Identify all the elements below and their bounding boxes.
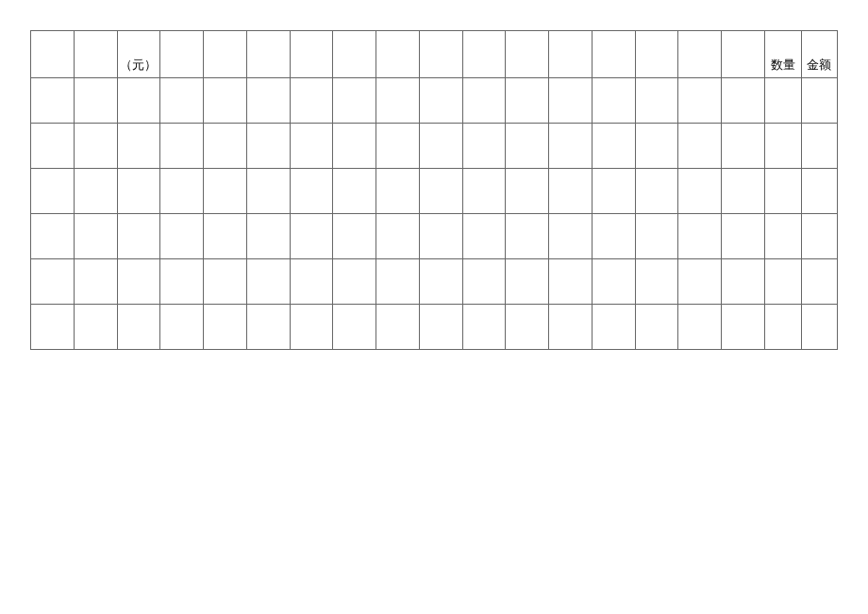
data-cell bbox=[635, 169, 678, 214]
data-cell bbox=[160, 259, 204, 305]
header-cell-12 bbox=[506, 31, 549, 78]
ledger-table-container: （元） 数量 金额 bbox=[30, 30, 838, 350]
data-cell bbox=[549, 169, 593, 214]
data-cell bbox=[204, 124, 247, 169]
data-cell bbox=[117, 214, 160, 259]
data-cell bbox=[333, 305, 376, 350]
data-cell bbox=[635, 305, 678, 350]
data-cell bbox=[765, 214, 801, 259]
header-cell-14 bbox=[592, 31, 635, 78]
data-cell bbox=[246, 305, 290, 350]
data-cell bbox=[117, 78, 160, 124]
data-cell bbox=[246, 124, 290, 169]
data-cell bbox=[635, 214, 678, 259]
data-cell bbox=[549, 124, 593, 169]
data-cell bbox=[592, 305, 635, 350]
data-cell bbox=[160, 169, 204, 214]
data-cell bbox=[765, 169, 801, 214]
data-cell bbox=[204, 305, 247, 350]
data-cell bbox=[678, 214, 722, 259]
data-cell bbox=[117, 259, 160, 305]
data-cell bbox=[722, 259, 765, 305]
data-cell bbox=[801, 259, 837, 305]
data-cell bbox=[462, 214, 506, 259]
header-cell-11 bbox=[462, 31, 506, 78]
data-cell bbox=[290, 305, 333, 350]
header-cell-6 bbox=[246, 31, 290, 78]
data-cell bbox=[506, 305, 549, 350]
data-cell bbox=[246, 169, 290, 214]
data-cell bbox=[801, 305, 837, 350]
header-cell-3: （元） bbox=[117, 31, 160, 78]
data-cell bbox=[419, 169, 462, 214]
header-cell-5 bbox=[204, 31, 247, 78]
data-cell bbox=[290, 214, 333, 259]
data-cell bbox=[678, 305, 722, 350]
header-cell-16 bbox=[678, 31, 722, 78]
data-cell bbox=[74, 169, 117, 214]
data-cell bbox=[160, 124, 204, 169]
data-cell bbox=[333, 124, 376, 169]
data-cell bbox=[74, 124, 117, 169]
data-cell bbox=[462, 124, 506, 169]
data-cell bbox=[462, 259, 506, 305]
data-cell bbox=[549, 78, 593, 124]
data-cell bbox=[592, 169, 635, 214]
data-cell bbox=[376, 259, 420, 305]
data-cell bbox=[290, 78, 333, 124]
data-cell bbox=[31, 78, 75, 124]
header-cell-7 bbox=[290, 31, 333, 78]
data-cell bbox=[549, 259, 593, 305]
data-cell bbox=[722, 305, 765, 350]
data-cell bbox=[117, 305, 160, 350]
table-row bbox=[31, 124, 838, 169]
data-cell bbox=[74, 78, 117, 124]
data-cell bbox=[376, 78, 420, 124]
header-cell-13 bbox=[549, 31, 593, 78]
table-row bbox=[31, 169, 838, 214]
data-cell bbox=[74, 214, 117, 259]
data-cell bbox=[765, 78, 801, 124]
header-cell-2 bbox=[74, 31, 117, 78]
data-cell bbox=[419, 214, 462, 259]
data-cell bbox=[117, 169, 160, 214]
data-cell bbox=[678, 259, 722, 305]
data-cell bbox=[462, 305, 506, 350]
data-cell bbox=[204, 259, 247, 305]
data-cell bbox=[333, 214, 376, 259]
data-cell bbox=[204, 169, 247, 214]
data-cell bbox=[333, 259, 376, 305]
data-cell bbox=[74, 305, 117, 350]
data-cell bbox=[117, 124, 160, 169]
table-header-row: （元） 数量 金额 bbox=[31, 31, 838, 78]
data-cell bbox=[506, 259, 549, 305]
data-cell bbox=[160, 214, 204, 259]
data-cell bbox=[419, 78, 462, 124]
data-cell bbox=[376, 124, 420, 169]
ledger-table: （元） 数量 金额 bbox=[30, 30, 838, 350]
header-cell-9 bbox=[376, 31, 420, 78]
data-cell bbox=[246, 214, 290, 259]
data-cell bbox=[635, 259, 678, 305]
data-cell bbox=[290, 259, 333, 305]
data-cell bbox=[722, 124, 765, 169]
data-cell bbox=[246, 259, 290, 305]
header-cell-quantity: 数量 bbox=[765, 31, 801, 78]
data-cell bbox=[722, 78, 765, 124]
data-cell bbox=[160, 305, 204, 350]
data-cell bbox=[635, 78, 678, 124]
data-cell bbox=[678, 78, 722, 124]
header-cell-amount: 金额 bbox=[801, 31, 837, 78]
data-cell bbox=[635, 124, 678, 169]
table-row bbox=[31, 305, 838, 350]
data-cell bbox=[678, 124, 722, 169]
table-row bbox=[31, 78, 838, 124]
data-cell bbox=[462, 78, 506, 124]
data-cell bbox=[722, 214, 765, 259]
data-cell bbox=[376, 305, 420, 350]
data-cell bbox=[419, 124, 462, 169]
data-cell bbox=[506, 169, 549, 214]
data-cell bbox=[31, 259, 75, 305]
data-cell bbox=[290, 169, 333, 214]
data-cell bbox=[549, 305, 593, 350]
